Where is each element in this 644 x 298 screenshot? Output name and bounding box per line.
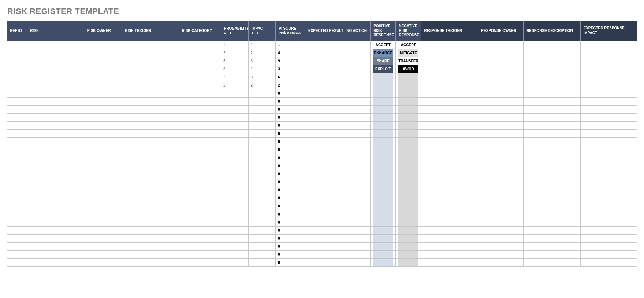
cell-category[interactable] [179,65,221,73]
cell-impact[interactable]: 1 [248,65,276,73]
cell-negative-response[interactable]: MITIGATE [396,49,421,57]
cell-owner[interactable] [84,194,122,202]
cell-probability[interactable] [221,186,248,194]
cell-response-owner[interactable] [478,105,523,113]
cell-response-impact[interactable] [580,121,637,129]
cell-positive-response[interactable] [371,154,396,162]
cell-response-impact[interactable] [580,146,637,154]
cell-positive-response[interactable] [371,121,396,129]
cell-expected[interactable] [305,137,370,146]
cell-impact[interactable] [248,250,276,258]
cell-response-impact[interactable] [580,49,637,57]
cell-risk[interactable] [27,105,84,113]
cell-probability[interactable] [221,226,248,234]
cell-category[interactable] [179,97,221,105]
cell-response-trigger[interactable] [421,234,478,242]
cell-ref[interactable] [7,97,27,105]
cell-owner[interactable] [84,97,122,105]
cell-impact[interactable] [248,154,276,162]
cell-positive-response[interactable] [371,202,396,210]
cell-impact[interactable] [248,129,276,137]
cell-probability[interactable]: 1 [221,41,248,49]
cell-response-owner[interactable] [478,170,523,178]
cell-expected[interactable] [305,113,370,121]
cell-category[interactable] [179,250,221,258]
cell-response-impact[interactable] [580,154,637,162]
cell-probability[interactable] [221,129,248,137]
cell-trigger[interactable] [122,226,179,234]
cell-positive-response[interactable] [371,242,396,250]
cell-negative-response[interactable] [396,226,421,234]
cell-expected[interactable] [305,202,370,210]
cell-positive-response[interactable] [371,234,396,242]
cell-risk[interactable] [27,73,84,81]
cell-ref[interactable] [7,170,27,178]
cell-response-description[interactable] [524,113,580,121]
cell-impact[interactable]: 3 [248,57,276,65]
cell-ref[interactable] [7,113,27,121]
cell-expected[interactable] [305,57,370,65]
cell-expected[interactable] [305,234,370,242]
cell-probability[interactable] [221,121,248,129]
cell-category[interactable] [179,170,221,178]
cell-negative-response[interactable] [396,250,421,258]
cell-category[interactable] [179,89,221,97]
cell-probability[interactable] [221,194,248,202]
cell-response-description[interactable] [524,170,580,178]
cell-owner[interactable] [84,73,122,81]
cell-probability[interactable]: 3 [221,65,248,73]
cell-risk[interactable] [27,154,84,162]
cell-risk[interactable] [27,186,84,194]
cell-negative-response[interactable] [396,178,421,186]
cell-probability[interactable]: 1 [221,81,248,89]
cell-expected[interactable] [305,73,370,81]
cell-negative-response[interactable] [396,121,421,129]
cell-risk[interactable] [27,146,84,154]
cell-response-trigger[interactable] [421,97,478,105]
cell-ref[interactable] [7,258,27,266]
cell-trigger[interactable] [122,89,179,97]
cell-response-impact[interactable] [580,210,637,218]
cell-ref[interactable] [7,105,27,113]
cell-owner[interactable] [84,258,122,266]
cell-response-description[interactable] [524,41,580,49]
cell-owner[interactable] [84,202,122,210]
cell-probability[interactable] [221,113,248,121]
cell-ref[interactable] [7,89,27,97]
cell-category[interactable] [179,121,221,129]
cell-probability[interactable] [221,162,248,170]
cell-negative-response[interactable] [396,162,421,170]
cell-impact[interactable] [248,121,276,129]
cell-ref[interactable] [7,178,27,186]
cell-expected[interactable] [305,178,370,186]
cell-risk[interactable] [27,57,84,65]
cell-negative-response[interactable] [396,113,421,121]
cell-negative-response[interactable] [396,97,421,105]
cell-response-impact[interactable] [580,186,637,194]
cell-impact[interactable] [248,97,276,105]
cell-positive-response[interactable]: ACCEPT [371,41,396,49]
cell-response-description[interactable] [524,146,580,154]
cell-positive-response[interactable] [371,194,396,202]
cell-trigger[interactable] [122,186,179,194]
cell-response-trigger[interactable] [421,65,478,73]
cell-trigger[interactable] [122,170,179,178]
cell-trigger[interactable] [122,258,179,266]
cell-probability[interactable] [221,218,248,226]
cell-response-owner[interactable] [478,250,523,258]
cell-impact[interactable] [248,210,276,218]
cell-trigger[interactable] [122,210,179,218]
cell-impact[interactable] [248,226,276,234]
cell-trigger[interactable] [122,81,179,89]
cell-owner[interactable] [84,49,122,57]
cell-response-owner[interactable] [478,97,523,105]
cell-risk[interactable] [27,226,84,234]
cell-probability[interactable] [221,89,248,97]
cell-ref[interactable] [7,121,27,129]
cell-probability[interactable] [221,202,248,210]
cell-negative-response[interactable] [396,242,421,250]
cell-negative-response[interactable] [396,186,421,194]
cell-response-description[interactable] [524,129,580,137]
cell-impact[interactable] [248,258,276,266]
cell-positive-response[interactable] [371,250,396,258]
